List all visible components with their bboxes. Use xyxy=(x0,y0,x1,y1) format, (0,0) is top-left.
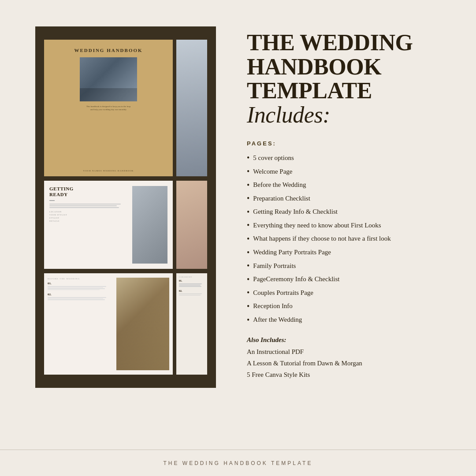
list-item: Wedding Party Portraits Page xyxy=(247,246,445,260)
gr-label-4: DETAILS xyxy=(49,220,129,222)
list-item: Preparation Checklist xyxy=(247,192,445,205)
list-item: After the Wedding xyxy=(247,313,445,327)
side-photo-1 xyxy=(176,40,207,176)
bw-section-2: 02. xyxy=(48,293,113,300)
bw-num-1: 01. xyxy=(48,282,113,285)
heading-line3-normal: TEMPLATE xyxy=(247,78,372,103)
pages-label: PAGES: xyxy=(247,140,445,147)
gr-body-lines xyxy=(49,204,129,208)
cover-main: WEDDING HANDBOOK This handbook is design… xyxy=(44,40,173,176)
gr-photo xyxy=(132,186,167,264)
book-mockup: WEDDING HANDBOOK This handbook is design… xyxy=(35,26,216,388)
list-item: Reception Info xyxy=(247,300,445,313)
cover-footer: YOUR NAMES WEDDING HANDBOOK xyxy=(83,170,134,172)
main-heading: THE WEDDING HANDBOOK TEMPLATE Includes: xyxy=(247,31,445,127)
sp3a-lines-2 xyxy=(179,294,205,296)
cover-title: WEDDING HANDBOOK xyxy=(74,48,142,53)
cover-subtitle: This handbook is designed to keep you in… xyxy=(86,105,131,111)
also-item-3: 5 Free Canva Style Kits xyxy=(247,369,445,380)
sp3a-heading: CEREMONY xyxy=(179,276,205,278)
gr-labels: LOCATION YOUR STYLIST STYLIST DETAILS xyxy=(49,211,129,222)
heading-line3-italic: Includes: xyxy=(247,102,330,127)
bw-text: BEFORE THE WEDDING 01. xyxy=(48,278,113,370)
side-strip-2 xyxy=(176,181,207,269)
bw-lines-1 xyxy=(48,286,113,290)
sp3a-num-2: 02. xyxy=(179,290,205,292)
page-wrapper: WEDDING HANDBOOK This handbook is design… xyxy=(0,0,476,476)
row2: GETTINGREADY LOCATION YOUR STYLIST STYLI… xyxy=(44,181,207,269)
bullet-list: 5 cover options Welcome Page Before the … xyxy=(247,151,445,327)
list-item: Before the Wedding xyxy=(247,178,445,192)
page-before-wedding: BEFORE THE WEDDING 01. xyxy=(44,273,173,375)
gr-text: GETTINGREADY LOCATION YOUR STYLIST STYLI… xyxy=(49,186,129,264)
list-item: Family Portraits xyxy=(247,259,445,273)
gr-label-2: YOUR STYLIST xyxy=(49,214,129,216)
row3: BEFORE THE WEDDING 01. xyxy=(44,273,207,375)
list-item: Everything they need to know about First… xyxy=(247,219,445,232)
row1: WEDDING HANDBOOK This handbook is design… xyxy=(44,40,207,176)
page-getting-ready: GETTINGREADY LOCATION YOUR STYLIST STYLI… xyxy=(44,181,173,269)
heading-line1: THE WEDDING xyxy=(247,30,413,55)
list-item: Getting Ready Info & Checklist xyxy=(247,205,445,219)
gr-label-3: STYLIST xyxy=(49,217,129,219)
list-item: PageCeremony Info & Checklist xyxy=(247,273,445,286)
sp3a-lines-1 xyxy=(179,283,205,287)
sp3a-num-1: 01. xyxy=(179,279,205,282)
list-item: What happens if they choose to not have … xyxy=(247,232,445,246)
also-item-2: A Lesson & Tutorial from Dawn & Morgan xyxy=(247,358,445,368)
gr-label-1: LOCATION xyxy=(49,211,129,213)
list-item: 5 cover options xyxy=(247,151,445,165)
left-panel: WEDDING HANDBOOK This handbook is design… xyxy=(35,26,216,432)
main-content: WEDDING HANDBOOK This handbook is design… xyxy=(0,0,476,450)
list-item: Welcome Page xyxy=(247,165,445,178)
footer: THE WEDDING HANDBOOK TEMPLATE xyxy=(0,450,476,476)
cover-photo xyxy=(80,57,137,101)
list-item: Couples Portraits Page xyxy=(247,286,445,300)
also-label: Also Includes: xyxy=(247,336,445,344)
gr-heading: GETTINGREADY xyxy=(49,186,129,197)
right-panel: THE WEDDING HANDBOOK TEMPLATE Includes: … xyxy=(234,26,454,432)
bw-heading: BEFORE THE WEDDING xyxy=(48,278,113,280)
footer-text: THE WEDDING HANDBOOK TEMPLATE xyxy=(164,460,313,466)
side-strip-3: CEREMONY 01. 02. xyxy=(176,273,207,375)
also-items: An Instructional PDF A Lesson & Tutorial… xyxy=(247,346,445,380)
side-photo-2 xyxy=(176,181,207,269)
also-includes: Also Includes: An Instructional PDF A Le… xyxy=(247,336,445,380)
bw-lines-2 xyxy=(48,297,113,300)
side-strip-1 xyxy=(176,40,207,176)
heading-line2: HANDBOOK xyxy=(247,54,381,79)
gr-divider xyxy=(49,200,55,201)
also-item-1: An Instructional PDF xyxy=(247,346,445,357)
bw-section-1: 01. xyxy=(48,282,113,290)
bw-photo xyxy=(116,278,169,370)
bw-num-2: 02. xyxy=(48,293,113,296)
side-page-3a: CEREMONY 01. 02. xyxy=(176,273,207,375)
pages-section: PAGES: 5 cover options Welcome Page Befo… xyxy=(247,140,445,327)
